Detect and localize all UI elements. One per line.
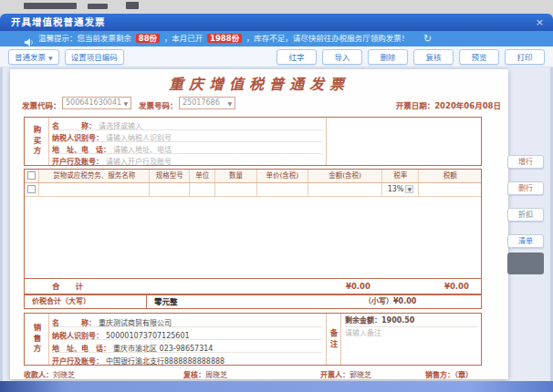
buyer-side-label: 购买方: [31, 126, 42, 158]
payee-label: 收款人：: [24, 371, 53, 379]
list-button[interactable]: 清单: [507, 234, 544, 248]
cell-tax[interactable]: [419, 183, 481, 196]
seller-box: 销售方 名 称：重庆测试商贸有限公司 纳税人识别号：50000107370712…: [24, 313, 482, 366]
invoice-code-select[interactable]: 500641630041▼: [62, 97, 131, 109]
seller-name-field[interactable]: 名 称：重庆测试商贸有限公司: [52, 315, 322, 327]
buyer-side-cell: 购买方: [25, 118, 49, 165]
field-label: 地 址、电 话：: [52, 345, 110, 353]
col-header-name: 货物或应税劳务、服务名称: [39, 170, 151, 182]
buyer-address-field[interactable]: 地 址、电 话：请输入地址、电话: [52, 141, 322, 154]
select-all-cell: [25, 170, 39, 182]
total-amount: ¥0.00: [346, 279, 370, 294]
invoice-code-label: 发票代码：: [22, 99, 61, 110]
delete-button[interactable]: 删除: [368, 49, 408, 65]
signature-row: 收款人：刘晓芝 复核：周晓芝 开票人：郭晓芝 销售方：（章）: [10, 369, 508, 381]
invoice-code-value: 500641630041: [66, 98, 121, 107]
remark-area[interactable]: 剩余金额：1900.50 请输入备注: [341, 314, 481, 365]
remark-placeholder: 请输入备注: [345, 327, 381, 337]
table-header-row: 货物或应税劳务、服务名称 规格型号 单位 数量 单价(含税) 金额(含税) 税率…: [25, 170, 481, 183]
field-value: 中国银行渝北支行8888888888888: [106, 357, 224, 366]
invoice-type-dropdown[interactable]: 普通发票▼: [8, 49, 59, 65]
invoice-type-label: 普通发票: [15, 53, 46, 62]
seller-side-cell: 销售方: [25, 314, 49, 365]
cell-price[interactable]: [257, 183, 308, 196]
discount-button[interactable]: 折扣: [507, 208, 544, 222]
field-placeholder: 请输入开户行及账号: [106, 158, 172, 166]
notification-bar: 温馨提示：您当前发票剩余 88份 ，本月已开 1988份 ，库存不足，请尽快前往…: [0, 31, 553, 46]
sum-label: 价税合计（大写）: [32, 295, 90, 308]
sum-strip: 价税合计（大写） 零元整 （小写）¥0.00: [24, 294, 482, 309]
status-bar: [0, 381, 553, 392]
notice-highlight: 1988份: [207, 34, 242, 43]
field-label: 纳税人识别号：: [52, 332, 103, 340]
col-header-qty: 数量: [215, 170, 257, 182]
review-button[interactable]: 复核: [413, 49, 454, 65]
app-window: 开具增值税普通发票 × 温馨提示：您当前发票剩余 88份 ，本月已开 1988份…: [0, 0, 553, 392]
seller-address-field[interactable]: 地 址、电 话：重庆市渝北区 023-98657314: [52, 340, 322, 353]
invoice-number-value: 25017686: [183, 98, 220, 107]
main-area: 重庆增值税普通发票 发票代码： 500641630041▼ 发票号码： 2501…: [3, 67, 550, 381]
seller-bank-field[interactable]: 开户行及账号：中国银行渝北支行8888888888888: [52, 353, 322, 365]
window-title: 开具增值税普通发票: [11, 14, 106, 31]
col-header-price: 单价(含税): [257, 170, 308, 182]
seller-stamp-label: 销售方：（章）: [425, 371, 473, 379]
seller-taxid-field[interactable]: 纳税人识别号：500001073707125601: [52, 327, 322, 340]
delete-row-button[interactable]: 删行: [507, 181, 544, 195]
print-button[interactable]: 打印: [505, 49, 545, 65]
chevron-down-icon: ▼: [48, 55, 53, 61]
red-invoice-button[interactable]: 红字: [276, 49, 317, 65]
background-artifact: [88, 4, 108, 9]
refresh-icon[interactable]: ↻: [423, 31, 432, 46]
cell-spec[interactable]: [150, 183, 190, 196]
title-bar: 开具增值税普通发票 ×: [0, 14, 553, 31]
invoice-number-label: 发票号码：: [139, 99, 178, 110]
field-value: 500001073707125601: [106, 332, 190, 340]
cell-name[interactable]: [39, 183, 151, 196]
payee: 收款人：刘晓芝: [24, 369, 75, 381]
field-label: 开户行及账号：: [52, 357, 103, 366]
set-project-code-button[interactable]: 设置项目编码: [65, 49, 124, 65]
invoice-number-select[interactable]: 25017686▼: [179, 97, 235, 109]
add-row-button[interactable]: 增行: [507, 155, 544, 169]
dark-panel: [507, 253, 544, 274]
background-artifact: [24, 3, 77, 9]
import-button[interactable]: 导入: [322, 49, 362, 65]
notice-part: 温馨提示：您当前发票剩余: [38, 34, 134, 43]
drawer-value: 郭晓芝: [350, 371, 371, 379]
cell-unit[interactable]: [190, 183, 215, 196]
chevron-down-icon: ▼: [123, 98, 128, 109]
megaphone-icon: [24, 34, 34, 44]
select-all-checkbox[interactable]: [27, 171, 36, 180]
field-value: 重庆市渝北区 023-98657314: [113, 345, 213, 353]
seller-side-label: 销售方: [31, 324, 42, 356]
field-label: 开户行及账号：: [52, 158, 103, 166]
background-artifact: [126, 2, 139, 9]
col-header-tax: 税额: [419, 170, 481, 182]
cell-tax-rate[interactable]: 13%▼: [382, 183, 419, 196]
remark-line1: 剩余金额：1900.50: [345, 315, 477, 327]
close-icon[interactable]: ×: [536, 14, 544, 31]
row-check-cell: [25, 183, 39, 196]
seller-stamp: 销售方：（章）: [425, 369, 473, 381]
col-header-unit: 单位: [190, 170, 215, 182]
total-tax: ¥0.00: [444, 279, 469, 294]
row-checkbox[interactable]: [27, 185, 36, 193]
total-label: 合 计: [52, 279, 83, 294]
preview-button[interactable]: 预览: [459, 49, 499, 65]
invoice-date: 开票日期：2020年06月08日: [396, 99, 501, 110]
buyer-name-field[interactable]: 名 称：请选择或输入: [52, 118, 322, 130]
payee-value: 刘晓芝: [53, 371, 75, 379]
cell-qty[interactable]: [215, 183, 257, 196]
tax-rate-dropdown[interactable]: ▼: [405, 185, 413, 193]
invoice-title: 重庆增值税普通发票: [10, 72, 508, 94]
buyer-divider: [326, 118, 327, 165]
notice-text: 温馨提示：您当前发票剩余 88份 ，本月已开 1988份 ，库存不足，请尽快前往…: [38, 31, 409, 46]
drawer-label: 开票人：: [320, 371, 350, 379]
reviewer-value: 周晓芝: [205, 371, 227, 379]
cell-amount[interactable]: [308, 183, 383, 196]
buyer-bank-field[interactable]: 开户行及账号：请输入开户行及账号: [52, 153, 322, 165]
invoice-date-value: 2020年06月08日: [434, 101, 501, 110]
sum-divider: [146, 295, 147, 308]
buyer-taxid-field[interactable]: 纳税人识别号：请输入纳税人识别号: [52, 129, 322, 142]
col-header-amount: 金额(含税): [308, 170, 383, 182]
